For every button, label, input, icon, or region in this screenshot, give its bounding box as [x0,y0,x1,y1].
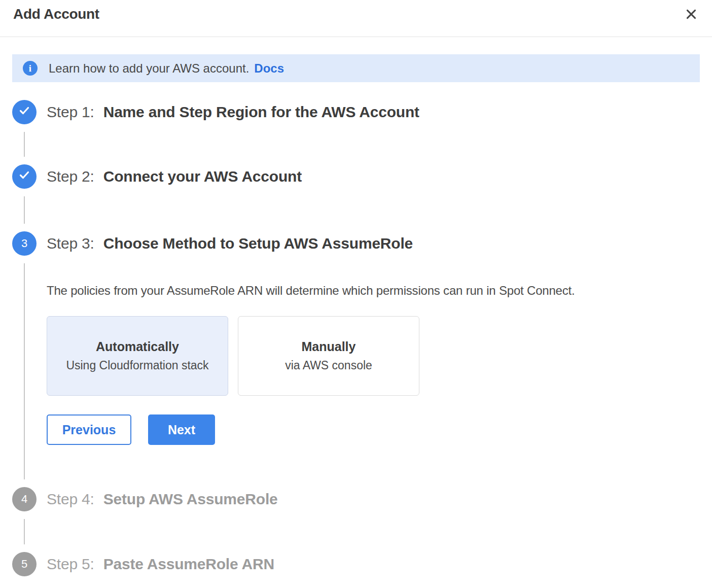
step-1-rail [12,100,37,164]
step-title: Name and Step Region for the AWS Account [103,103,419,121]
step-4-header: Step 4: Setup AWS AssumeRole [47,487,700,511]
docs-link[interactable]: Docs [254,61,284,76]
step-label: Step 2: [47,168,94,185]
step-number: 3 [21,237,27,250]
connector-line [24,263,25,479]
step-4-number-indicator: 4 [12,487,37,511]
step-row-3: 3 Step 3: Choose Method to Setup AWS Ass… [12,231,700,487]
step-2-body: Step 2: Connect your AWS Account [37,164,700,231]
next-button[interactable]: Next [148,414,215,445]
card-subtitle: via AWS console [285,359,372,372]
step-label: Step 3: [47,235,94,252]
step-title: Paste AssumeRole ARN [103,556,274,573]
step-1-header[interactable]: Step 1: Name and Step Region for the AWS… [47,100,700,124]
step-5-header: Step 5: Paste AssumeRole ARN [47,552,700,576]
step-1-done-indicator [12,100,37,124]
step-title: Setup AWS AssumeRole [103,491,278,508]
banner-text: Learn how to add your AWS account. [49,61,249,76]
step-3-body: Step 3: Choose Method to Setup AWS Assum… [37,231,700,487]
close-icon [685,8,698,22]
step-row-5: 5 Step 5: Paste AssumeRole ARN [12,552,700,588]
step-2-header[interactable]: Step 2: Connect your AWS Account [47,164,700,189]
step-label: Step 1: [47,103,94,121]
step-4-rail: 4 [12,487,37,552]
step-row-4: 4 Step 4: Setup AWS AssumeRole [12,487,700,552]
step-3-actions: Previous Next [47,414,700,445]
step-5-number-indicator: 5 [12,552,37,576]
step-3-rail: 3 [12,231,37,487]
check-icon [18,169,30,184]
previous-button[interactable]: Previous [47,414,131,445]
assume-role-method-options: Automatically Using Cloudformation stack… [47,316,700,396]
card-subtitle: Using Cloudformation stack [66,359,208,372]
step-4-body: Step 4: Setup AWS AssumeRole [37,487,700,552]
step-label: Step 4: [47,491,94,508]
option-card-manually[interactable]: Manually via AWS console [238,316,419,396]
close-button[interactable] [684,7,699,22]
step-label: Step 5: [47,556,94,573]
modal-header: Add Account [0,0,712,37]
step-row-2: Step 2: Connect your AWS Account [12,164,700,231]
info-icon: i [23,61,38,76]
modal-title: Add Account [13,6,99,22]
step-row-1: Step 1: Name and Step Region for the AWS… [12,100,700,164]
card-title: Automatically [96,339,179,354]
steps-wizard: Step 1: Name and Step Region for the AWS… [12,100,700,588]
step-number: 4 [21,493,27,506]
step-1-body: Step 1: Name and Step Region for the AWS… [37,100,700,164]
step-5-body: Step 5: Paste AssumeRole ARN [37,552,700,588]
step-2-rail [12,164,37,231]
option-card-automatically[interactable]: Automatically Using Cloudformation stack [47,316,228,396]
step-number: 5 [21,558,27,571]
step-3-description: The policies from your AssumeRole ARN wi… [47,283,700,298]
step-3-header[interactable]: Step 3: Choose Method to Setup AWS Assum… [47,231,700,256]
connector-line [24,196,25,224]
check-icon [18,105,30,120]
card-title: Manually [302,339,356,354]
step-2-done-indicator [12,164,37,189]
add-account-modal: Add Account i Learn how to add your AWS … [0,0,712,588]
step-title: Choose Method to Setup AWS AssumeRole [103,235,413,252]
modal-content: i Learn how to add your AWS account. Doc… [0,54,712,588]
step-3-number-indicator: 3 [12,231,37,256]
connector-line [24,519,25,544]
connector-line [24,132,25,157]
info-banner: i Learn how to add your AWS account. Doc… [12,54,700,82]
step-5-rail: 5 [12,552,37,588]
step-title: Connect your AWS Account [103,168,302,185]
